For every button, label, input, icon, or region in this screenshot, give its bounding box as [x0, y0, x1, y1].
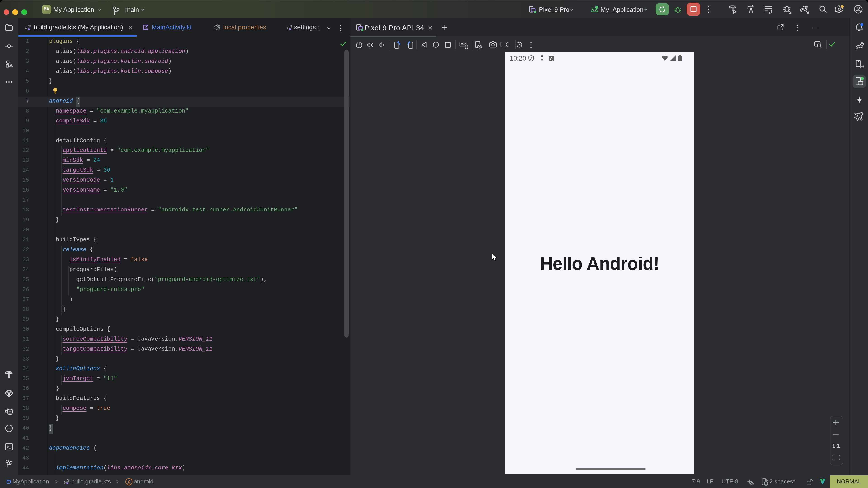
- svg-text:A: A: [550, 57, 553, 61]
